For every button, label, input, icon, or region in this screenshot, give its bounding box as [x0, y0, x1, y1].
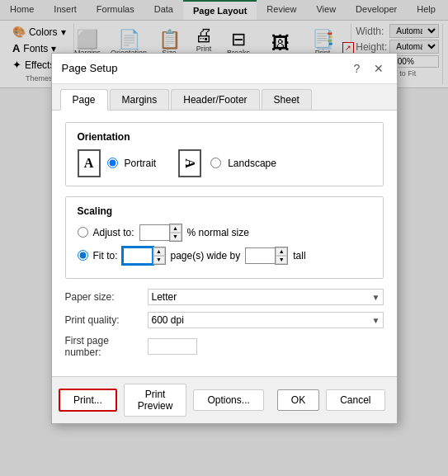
scaling-section: Scaling Adjust to: 79 ▲ ▼ % normal size — [65, 196, 384, 279]
adjust-label: Adjust to: — [93, 227, 134, 238]
orientation-section: Orientation A Portrait A Landscape — [65, 122, 384, 186]
cancel-button[interactable]: Cancel — [326, 389, 384, 411]
adjust-arrows: ▲ ▼ — [169, 224, 182, 242]
print-quality-row: Print quality: 600 dpi ▼ — [65, 312, 384, 328]
scaling-title: Scaling — [78, 205, 371, 217]
fit-label: Fit to: — [93, 250, 118, 262]
print-quality-select[interactable]: 600 dpi — [148, 312, 384, 328]
adjust-row: Adjust to: 79 ▲ ▼ % normal size — [78, 224, 371, 242]
dialog-title: Page Setup — [62, 62, 118, 74]
dialog-tab-page[interactable]: Page — [60, 89, 108, 111]
dialog-tab-bar: Page Margins Header/Footer Sheet — [52, 84, 397, 111]
dialog-controls: ? ✕ — [349, 60, 387, 77]
adjust-radio[interactable] — [78, 227, 88, 238]
print-preview-button[interactable]: Print Preview — [124, 384, 187, 417]
dialog-overlay: Page Setup ? ✕ Page Margins Header/Foote… — [0, 0, 448, 476]
options-button[interactable]: Options... — [193, 389, 263, 411]
adjust-up-btn[interactable]: ▲ — [170, 224, 182, 233]
first-page-label: First page number: — [65, 335, 139, 358]
dialog-titlebar: Page Setup ? ✕ — [52, 54, 397, 84]
print-quality-select-wrap: 600 dpi ▼ — [148, 312, 384, 328]
fit-input[interactable]: 1 — [123, 247, 153, 264]
fit-tall-down-btn[interactable]: ▼ — [276, 256, 287, 264]
fit-tall-spin: ▲ ▼ — [245, 247, 288, 265]
portrait-label: Portrait — [125, 158, 157, 169]
fit-tall-up-btn[interactable]: ▲ — [276, 247, 287, 256]
portrait-option[interactable]: A Portrait — [78, 149, 157, 177]
dialog-tab-margins[interactable]: Margins — [110, 89, 170, 110]
fit-arrows: ▲ ▼ — [153, 247, 166, 265]
orientation-row: A Portrait A Landscape — [78, 149, 371, 177]
fit-tall-suffix: tall — [293, 250, 305, 262]
ok-button[interactable]: OK — [277, 389, 319, 411]
adjust-spin: 79 ▲ ▼ — [139, 224, 182, 242]
first-page-row: First page number: Auto — [65, 335, 384, 358]
landscape-icon: A — [178, 149, 201, 177]
paper-size-label: Paper size: — [65, 291, 139, 303]
dialog-tab-header-footer[interactable]: Header/Footer — [171, 89, 259, 110]
page-setup-dialog: Page Setup ? ✕ Page Margins Header/Foote… — [51, 53, 398, 424]
dialog-close-button[interactable]: ✕ — [370, 60, 387, 77]
adjust-down-btn[interactable]: ▼ — [170, 233, 182, 241]
landscape-label: Landscape — [228, 158, 276, 169]
fit-down-btn[interactable]: ▼ — [153, 256, 165, 264]
dialog-tab-sheet[interactable]: Sheet — [262, 89, 312, 110]
paper-size-select-wrap: Letter ▼ — [148, 289, 384, 305]
adjust-input[interactable]: 79 — [139, 224, 169, 241]
fit-radio[interactable] — [78, 250, 88, 261]
paper-size-row: Paper size: Letter ▼ — [65, 289, 384, 305]
dialog-footer: Print... Print Preview Options... OK Can… — [52, 376, 397, 423]
dialog-help-button[interactable]: ? — [349, 60, 365, 77]
fit-radio-highlight — [78, 250, 88, 261]
orientation-title: Orientation — [78, 131, 371, 143]
print-quality-label: Print quality: — [65, 314, 139, 326]
first-page-input[interactable]: Auto — [148, 338, 197, 355]
fit-suffix: page(s) wide by — [171, 250, 241, 262]
landscape-radio[interactable] — [210, 158, 221, 168]
adjust-suffix: % normal size — [187, 227, 249, 238]
fit-up-btn[interactable]: ▲ — [153, 247, 165, 256]
portrait-icon: A — [78, 149, 101, 177]
fit-tall-input[interactable] — [245, 247, 275, 264]
landscape-option[interactable]: A Landscape — [176, 152, 276, 175]
fit-row: Fit to: 1 ▲ ▼ page(s) wide by ▲ ▼ — [78, 247, 371, 265]
dialog-body: Orientation A Portrait A Landscape — [52, 111, 397, 376]
print-button[interactable]: Print... — [59, 389, 117, 412]
paper-size-select[interactable]: Letter — [148, 289, 384, 305]
fit-spin: 1 ▲ ▼ — [123, 247, 166, 265]
fit-tall-arrows: ▲ ▼ — [275, 247, 288, 265]
portrait-radio[interactable] — [107, 158, 118, 168]
